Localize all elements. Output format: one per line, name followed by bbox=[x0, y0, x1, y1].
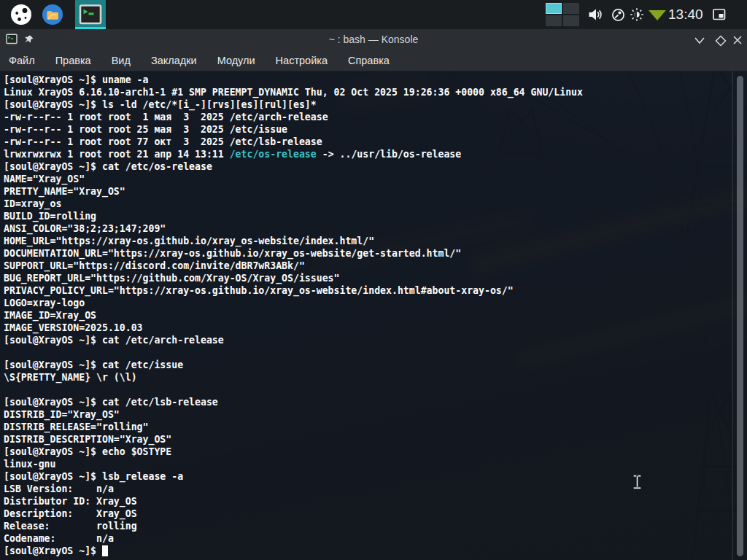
terminal-line: DISTRIB_RELEASE="rolling" bbox=[4, 421, 731, 433]
terminal-line: DISTRIB_ID="Xray_OS" bbox=[4, 408, 731, 421]
chevron-down-icon bbox=[694, 36, 705, 45]
terminal-line: PRETTY_NAME="Xray_OS" bbox=[4, 185, 731, 198]
terminal-line: ID=xray_os bbox=[4, 198, 731, 210]
menu-help[interactable]: Справка bbox=[338, 50, 400, 71]
top-panel: 13:40 bbox=[0, 0, 747, 29]
maximize-button[interactable] bbox=[715, 35, 727, 45]
terminal-line: ANSI_COLOR="38;2;23;147;209" bbox=[4, 222, 731, 235]
active-task-underline bbox=[75, 27, 106, 29]
terminal-line: -rw-r--r-- 1 root root 25 мая 3 2025 /et… bbox=[4, 123, 731, 136]
terminal-line: NAME="Xray_OS" bbox=[4, 173, 731, 185]
pin-button[interactable] bbox=[24, 34, 34, 47]
volume-tray-button[interactable] bbox=[588, 7, 603, 25]
terminal-line: [soul@XrayOS ~]$ lsb_release -a bbox=[4, 470, 731, 483]
menu-settings[interactable]: Настройка bbox=[266, 50, 338, 71]
show-desktop-button[interactable] bbox=[713, 9, 726, 23]
updates-tray-button[interactable] bbox=[648, 9, 667, 24]
terminal-line: linux-gnu bbox=[4, 458, 731, 470]
window-title: ~ : bash — Konsole bbox=[0, 29, 747, 50]
terminal-line: [soul@XrayOS ~]$ bbox=[4, 545, 731, 557]
file-manager-button[interactable] bbox=[42, 4, 63, 26]
menu-view[interactable]: Вид bbox=[101, 50, 141, 71]
tray-app-button[interactable] bbox=[611, 8, 625, 25]
terminal-line: [soul@XrayOS ~]$ cat /etc/lsb-release bbox=[4, 396, 731, 408]
terminal-line: IMAGE_VERSION=2025.10.03 bbox=[4, 322, 731, 334]
konsole-icon bbox=[79, 4, 102, 25]
terminal-line: Distributor ID: Xray_OS bbox=[4, 495, 731, 508]
terminal-line: Linux XrayOS 6.16.10-arch1-1 #1 SMP PREE… bbox=[4, 86, 731, 98]
terminal-line: [soul@XrayOS ~]$ cat /etc/arch-release bbox=[4, 334, 731, 346]
pager-desktop-2[interactable] bbox=[563, 3, 579, 14]
terminal-line: DOCUMENTATION_URL="https://xray-os.githu… bbox=[4, 247, 731, 260]
green-triangle-icon bbox=[648, 9, 667, 21]
terminal-line: HOME_URL="https://xray-os.github.io/xray… bbox=[4, 235, 731, 247]
terminal-line: Codename: n/a bbox=[4, 532, 731, 545]
terminal-line: Release: rolling bbox=[4, 520, 731, 532]
terminal-line: [soul@XrayOS ~]$ cat /etc/os-release bbox=[4, 160, 731, 173]
speaker-icon bbox=[588, 7, 603, 22]
pin-icon bbox=[24, 34, 34, 44]
close-button[interactable] bbox=[732, 35, 744, 45]
terminal-line: LSB Version: n/a bbox=[4, 483, 731, 495]
terminal-line bbox=[4, 384, 731, 396]
folder-icon bbox=[42, 4, 63, 26]
terminal-line: [soul@XrayOS ~]$ uname -a bbox=[4, 74, 731, 86]
terminal-line: BUILD_ID=rolling bbox=[4, 210, 731, 222]
terminal-line: SUPPORT_URL="https://discord.com/invite/… bbox=[4, 260, 731, 272]
pager-desktop-1[interactable] bbox=[546, 3, 562, 14]
menu-bar: Файл Правка Вид Закладки Модули Настройк… bbox=[0, 50, 747, 71]
scrollbar-thumb[interactable] bbox=[737, 76, 743, 556]
menu-bookmarks[interactable]: Закладки bbox=[141, 50, 207, 71]
pager-desktop-3[interactable] bbox=[546, 15, 562, 26]
terminal-line bbox=[4, 346, 731, 359]
terminal-viewport[interactable]: [soul@XrayOS ~]$ uname -aLinux XrayOS 6.… bbox=[0, 71, 747, 560]
terminal-output: [soul@XrayOS ~]$ uname -aLinux XrayOS 6.… bbox=[4, 74, 731, 557]
terminal-line: Description: Xray_OS bbox=[4, 508, 731, 520]
globe-icon bbox=[611, 8, 625, 22]
sun-icon bbox=[630, 7, 644, 22]
app-launcher-button[interactable] bbox=[10, 4, 32, 26]
taskbar-konsole-task[interactable] bbox=[75, 0, 106, 29]
minimize-button[interactable] bbox=[694, 35, 705, 45]
scrollbar-track-divider bbox=[732, 71, 733, 560]
terminal-line: lrwxrwxrwx 1 root root 21 апр 14 13:11 /… bbox=[4, 148, 731, 160]
menu-file[interactable]: Файл bbox=[0, 50, 45, 71]
terminal-line: -rw-r--r-- 1 root root 77 окт 3 2025 /et… bbox=[4, 136, 731, 148]
show-desktop-icon bbox=[713, 9, 726, 20]
pager-desktop-4[interactable] bbox=[563, 15, 579, 26]
brightness-tray-button[interactable] bbox=[630, 7, 644, 25]
window-titlebar[interactable]: ~ : bash — Konsole bbox=[0, 29, 747, 50]
terminal-line: \S{PRETTY_NAME} \r (\l) bbox=[4, 371, 731, 384]
virtual-desktop-pager[interactable] bbox=[546, 3, 579, 26]
terminal-line: BUG_REPORT_URL="https://github.com/Xray-… bbox=[4, 272, 731, 284]
digital-clock[interactable]: 13:40 bbox=[668, 0, 702, 29]
diamond-icon bbox=[715, 35, 727, 47]
terminal-cursor bbox=[102, 545, 108, 556]
terminal-line: -rw-r--r-- 1 root root 1 мая 3 2025 /etc… bbox=[4, 111, 731, 123]
menu-plugins[interactable]: Модули bbox=[207, 50, 266, 71]
terminal-line: LOGO=xray-logo bbox=[4, 297, 731, 309]
terminal-line: [soul@XrayOS ~]$ cat /etc/issue bbox=[4, 359, 731, 371]
window-menu-button[interactable] bbox=[6, 34, 18, 47]
terminal-line: [soul@XrayOS ~]$ ls -ld /etc/*[i_-][rvs]… bbox=[4, 98, 731, 111]
terminal-line: IMAGE_ID=Xray_OS bbox=[4, 309, 731, 322]
terminal-line: DISTRIB_DESCRIPTION="Xray_OS" bbox=[4, 433, 731, 446]
menu-edit[interactable]: Правка bbox=[45, 50, 101, 71]
konsole-mini-icon bbox=[6, 34, 18, 44]
close-icon bbox=[732, 35, 743, 45]
terminal-line: PRIVACY_POLICY_URL="https://xray-os.gith… bbox=[4, 284, 731, 297]
distro-logo-icon bbox=[10, 4, 32, 26]
terminal-line: [soul@XrayOS ~]$ echo $OSTYPE bbox=[4, 446, 731, 458]
